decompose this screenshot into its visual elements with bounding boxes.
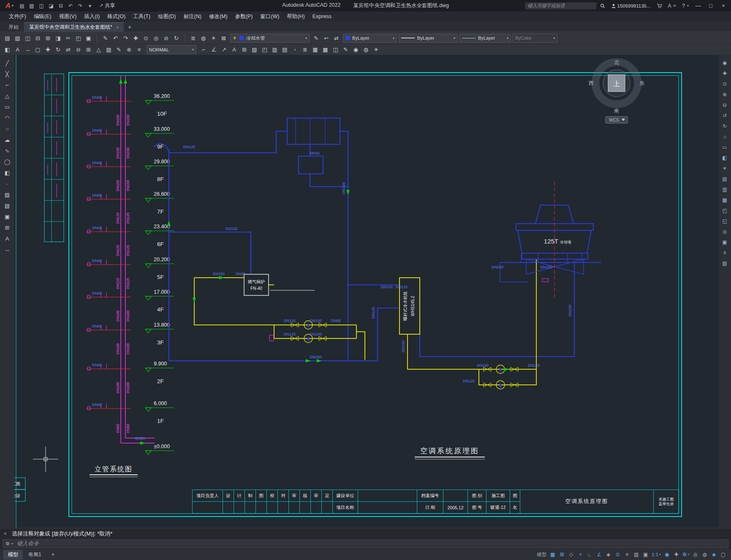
properties-icon[interactable]: ≡ — [134, 45, 144, 54]
ungroup-icon[interactable]: ▫ — [290, 45, 300, 54]
pan-tool-icon[interactable]: ✚ — [720, 69, 729, 78]
arc-icon[interactable]: ◠ — [2, 113, 12, 123]
revcloud-icon[interactable]: ☁ — [2, 135, 12, 145]
autoscale-icon[interactable]: ✚ — [672, 550, 681, 559]
save-icon[interactable]: ◫ — [37, 2, 46, 10]
properties-panel-icon[interactable]: ▥ — [720, 185, 729, 194]
help-search-input[interactable]: 键入关键字或短语 — [525, 2, 597, 10]
scale-icon[interactable]: △ — [94, 45, 103, 54]
model-tab[interactable]: 模型 — [3, 550, 23, 560]
gradient-icon[interactable]: ▧ — [2, 201, 12, 211]
zoom-realtime-icon[interactable]: ⊙ — [141, 33, 151, 43]
minimize-button[interactable]: — — [692, 1, 704, 11]
selection-cycling-icon[interactable]: ▣ — [641, 550, 650, 559]
menu-item-6[interactable]: 绘图(D) — [154, 13, 179, 20]
tab-start[interactable]: 开始 — [3, 22, 24, 32]
tab-active-document[interactable]: 某宾馆中央空调和卫生热水全套图纸* × — [24, 22, 124, 32]
layer-properties-icon[interactable]: ≣ — [188, 33, 198, 43]
save-file-icon[interactable]: ◫ — [23, 33, 33, 43]
paste-icon[interactable]: ▣ — [84, 33, 93, 43]
group-icon[interactable]: ▤ — [280, 45, 290, 54]
menu-item-11[interactable]: 帮助(H) — [283, 13, 308, 20]
command-close-icon[interactable]: × — [3, 531, 7, 537]
zoom-extents-icon[interactable]: ⊙ — [720, 79, 729, 88]
share-button[interactable]: ↗共享 — [95, 2, 119, 9]
leader-icon[interactable]: ↗ — [219, 45, 229, 54]
viewcube-home-icon[interactable]: ⌂ — [720, 132, 729, 141]
ellipse-icon[interactable]: ◯ — [2, 157, 12, 167]
materials-panel-icon[interactable]: ▦ — [720, 195, 729, 204]
designcenter-icon[interactable]: ▦ — [310, 45, 320, 54]
plotstyle-dropdown[interactable]: ByColor ▾ — [513, 34, 557, 43]
compass-east[interactable]: 东 — [639, 80, 644, 86]
navigation-wheel-icon[interactable]: ◉ — [720, 58, 729, 67]
plot-icon[interactable]: ⊟ — [33, 33, 43, 43]
polyline-icon[interactable]: ⌐ — [2, 80, 12, 90]
showmotion-icon[interactable]: ↻ — [720, 122, 729, 130]
view-compass[interactable]: 上 北 南 西 东 WCS — [589, 60, 644, 123]
qnew-icon[interactable]: ▤ — [3, 33, 12, 43]
render-panel-icon[interactable]: ▣ — [720, 238, 729, 246]
zoom-window-icon[interactable]: ◎ — [151, 33, 161, 43]
open-icon[interactable]: ▧ — [27, 2, 36, 10]
layer-dropdown[interactable]: ☀ 冷却水管 ▾ — [230, 34, 310, 43]
rectangle-icon[interactable]: ▭ — [2, 102, 12, 112]
sheet-panel-icon[interactable]: ◰ — [720, 206, 729, 215]
dim-angular-icon[interactable]: ∠ — [209, 45, 219, 54]
menu-item-8[interactable]: 修改(M) — [205, 13, 231, 20]
zoom-previous-icon[interactable]: ⊘ — [161, 33, 171, 43]
compass-north[interactable]: 北 — [614, 60, 619, 65]
layer-walk-icon[interactable]: ⇄ — [332, 33, 341, 43]
menu-item-1[interactable]: 编辑(E) — [30, 13, 55, 20]
color-dropdown[interactable]: ByLayer ▾ — [343, 34, 397, 43]
annotation-panel-icon[interactable]: ◎ — [720, 227, 729, 236]
lights-icon[interactable]: ☀ — [371, 45, 381, 54]
menu-item-4[interactable]: 格式(O) — [103, 13, 129, 20]
model-paper-toggle[interactable]: 模型 — [535, 550, 548, 559]
construction-line-icon[interactable]: ╳ — [2, 69, 12, 79]
viewport-config-icon[interactable]: ▭ — [720, 143, 729, 151]
layer-states-icon[interactable]: ◍ — [198, 33, 208, 43]
infer-constraints-icon[interactable]: ◇ — [567, 550, 576, 559]
offset-icon[interactable]: ⊖ — [73, 45, 83, 54]
sun-properties-icon[interactable]: ☀ — [720, 164, 729, 173]
maximize-button[interactable]: □ — [705, 1, 717, 11]
object-snap-icon[interactable]: ⊙ — [613, 550, 622, 559]
xref-icon[interactable]: ▥ — [270, 45, 280, 54]
region-icon[interactable]: ▣ — [2, 212, 12, 222]
hatch-panel-icon[interactable]: ▧ — [720, 259, 729, 268]
redo-icon[interactable]: ↷ — [121, 33, 130, 43]
redo-icon[interactable]: ↷ — [76, 2, 85, 10]
hatch-edit-icon[interactable]: ▨ — [250, 45, 259, 54]
close-tab-icon[interactable]: × — [116, 25, 119, 30]
linetype-dropdown[interactable]: ByLayer ▾ — [399, 34, 458, 43]
workspace-gear-icon[interactable]: ⚙▾ — [681, 550, 690, 559]
insert-block-icon[interactable]: ◧ — [2, 168, 12, 178]
tool-panel-icon[interactable]: ◱ — [720, 216, 729, 225]
zoom-in-icon[interactable]: ⊕ — [720, 90, 729, 99]
line-tool-icon[interactable]: ╱ — [2, 58, 12, 68]
publish-icon[interactable]: ◨ — [53, 33, 63, 43]
orbit-icon[interactable]: ↻ — [171, 33, 181, 43]
menu-item-5[interactable]: 工具(T) — [129, 13, 154, 20]
dim-linear-icon[interactable]: ⌐ — [199, 45, 209, 54]
sheet-set-icon[interactable]: ◫ — [331, 45, 340, 54]
drawing-canvas[interactable]: 施工图 卫生设 DN6536.20010FDN150DN150DN6533.00… — [14, 55, 718, 528]
isodraft-icon[interactable]: ◈ — [604, 550, 613, 559]
lineweight-dropdown[interactable]: ByLayer ▾ — [459, 34, 511, 43]
compass-south[interactable]: 南 — [614, 108, 619, 114]
markup-icon[interactable]: ✎ — [341, 45, 351, 54]
render-icon[interactable]: ◉ — [351, 45, 361, 54]
isolate-objects-icon[interactable]: ◍ — [700, 550, 709, 559]
block-editor-icon[interactable]: ◰ — [260, 45, 269, 54]
cut-icon[interactable]: ✂ — [63, 33, 73, 43]
help-icon[interactable]: ?▾ — [679, 3, 691, 9]
layer-isolate-icon[interactable]: ☀ — [209, 33, 218, 43]
measure-icon[interactable]: ↔ — [23, 45, 33, 54]
spline-icon[interactable]: ∿ — [2, 146, 12, 156]
move-icon[interactable]: ✚ — [43, 45, 53, 54]
menu-item-9[interactable]: 参数(P) — [231, 13, 257, 20]
menu-item-7[interactable]: 标注(N) — [180, 13, 205, 20]
annotation-visibility-icon[interactable]: ◉ — [663, 550, 671, 559]
point-icon[interactable]: ∙ — [2, 179, 12, 189]
